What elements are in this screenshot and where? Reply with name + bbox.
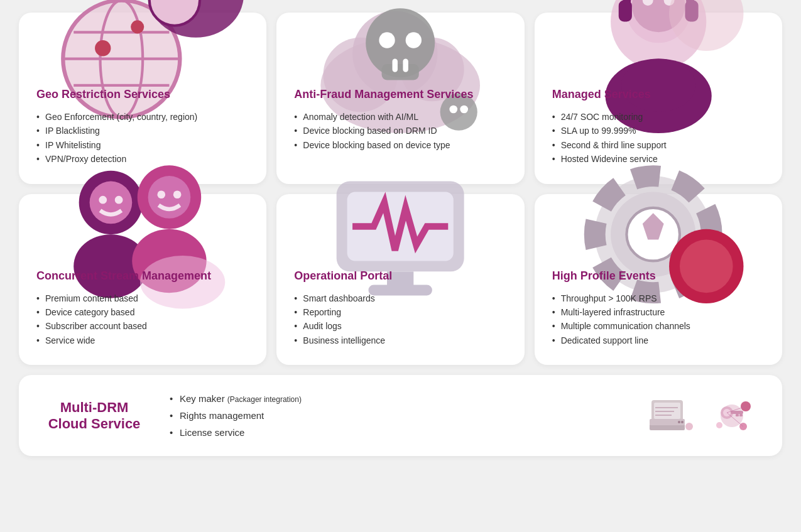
key-icon [707, 394, 757, 438]
bottom-card-list: Key maker (Packager integration) Rights … [170, 390, 621, 441]
list-item: Subscriber account based [36, 319, 147, 333]
svg-point-55 [680, 240, 733, 293]
icon-portal [294, 207, 506, 263]
svg-rect-57 [654, 403, 680, 419]
list-item: Rights management [170, 407, 621, 424]
list-item: 24/7 SOC monitoring [552, 110, 667, 124]
server-icon [646, 394, 697, 438]
row-2: Concurrent Stream Management Premium con… [19, 194, 782, 366]
svg-rect-16 [382, 64, 419, 80]
svg-point-23 [460, 105, 469, 113]
card-portal-list: Smart dashboards Reporting Audit logs Bu… [294, 291, 385, 348]
card-managed-title: Managed Services [552, 88, 765, 101]
svg-point-74 [716, 422, 722, 428]
bottom-card-icons [646, 394, 757, 438]
svg-point-41 [115, 196, 123, 204]
svg-point-18 [406, 32, 422, 48]
card-csm-title: Concurrent Stream Management [36, 269, 249, 283]
svg-point-44 [140, 256, 225, 309]
list-item: Geo Enforcement (city, country, region) [36, 110, 197, 124]
svg-rect-69 [731, 411, 743, 414]
card-hpe-list: Throughput > 100K RPS Multi-layered infr… [552, 291, 690, 348]
icon-managed [552, 25, 765, 82]
svg-rect-20 [403, 58, 408, 72]
svg-rect-19 [393, 58, 398, 72]
card-geo-title: Geo Restriction Services [36, 88, 249, 101]
list-item: License service [170, 424, 621, 441]
list-item: Audit logs [294, 319, 385, 333]
list-item: Multiple communication channels [552, 319, 690, 333]
svg-point-61 [681, 421, 684, 423]
svg-point-43 [173, 191, 182, 199]
list-item: Reporting [294, 305, 385, 319]
list-item: Throughput > 100K RPS [552, 291, 690, 305]
card-csm-list: Premium content based Device category ba… [36, 291, 147, 348]
card-hpe: High Profile Events Throughput > 100K RP… [535, 194, 782, 366]
list-item: Smart dashboards [294, 291, 385, 305]
list-item: Service wide [36, 334, 147, 347]
svg-point-60 [678, 421, 680, 423]
svg-point-38 [90, 182, 133, 224]
svg-point-22 [450, 105, 458, 113]
list-item: Dedicated support line [552, 334, 690, 347]
svg-point-17 [379, 32, 395, 48]
list-item: Business intelligence [294, 334, 385, 347]
icon-fraud [294, 25, 506, 82]
svg-point-39 [148, 176, 191, 219]
svg-rect-27 [618, 0, 631, 21]
icon-csm [36, 207, 249, 263]
svg-point-65 [685, 423, 693, 430]
list-item: Key maker (Packager integration) [170, 390, 621, 407]
icon-geo [36, 25, 249, 82]
icon-hpe [552, 207, 765, 263]
svg-point-8 [131, 20, 144, 33]
card-hpe-title: High Profile Events [552, 269, 765, 283]
list-item: Multi-layered infrastructure [552, 305, 690, 319]
bottom-card: Multi-DRMCloud Service Key maker (Packag… [19, 375, 782, 456]
card-portal-title: Operational Portal [294, 269, 506, 283]
card-csm: Concurrent Stream Management Premium con… [19, 194, 266, 366]
list-item: Premium content based [36, 291, 147, 305]
card-fraud-title: Anti-Fraud Management Services [294, 88, 506, 101]
main-container: Geo Restriction Services Geo Enforcement… [0, 0, 801, 532]
card-portal: Operational Portal Smart dashboards Repo… [276, 194, 524, 366]
list-item: Anomaly detection with AI/ML [294, 110, 450, 124]
list-item: Device category based [36, 305, 147, 319]
svg-point-42 [157, 191, 165, 199]
svg-rect-71 [736, 414, 739, 416]
svg-point-7 [95, 40, 111, 56]
svg-point-30 [621, 58, 695, 112]
svg-rect-70 [739, 414, 743, 416]
bottom-card-title: Multi-DRMCloud Service [44, 399, 144, 432]
svg-point-40 [99, 196, 107, 204]
